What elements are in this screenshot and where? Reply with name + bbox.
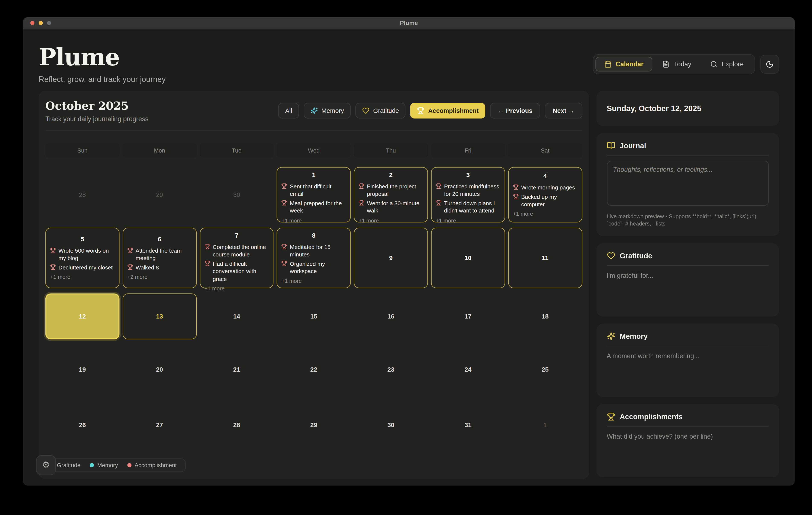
- markdown-hint: Live markdown preview • Supports **bold*…: [607, 212, 769, 227]
- day-cell[interactable]: 8Meditated for 15 minutesOrganized my wo…: [277, 227, 351, 288]
- prev-month-button[interactable]: ← Previous: [490, 103, 540, 118]
- day-cell[interactable]: 9: [354, 227, 428, 288]
- day-cell[interactable]: 28: [200, 400, 273, 450]
- day-number: 30: [359, 421, 423, 428]
- day-cell[interactable]: 22: [277, 344, 351, 395]
- minimize-button[interactable]: [38, 21, 43, 25]
- gear-icon: ⚙: [42, 461, 50, 469]
- day-number: 16: [359, 313, 423, 320]
- day-number: 15: [282, 313, 346, 320]
- entry-text: Completed the online course module: [212, 243, 269, 258]
- filter-accomplishment-button[interactable]: Accomplishment: [410, 103, 486, 118]
- trophy-icon: [359, 200, 365, 206]
- trophy-icon: [513, 184, 519, 190]
- more-label: +2 more: [127, 274, 192, 280]
- filter-all-button[interactable]: All: [278, 103, 299, 118]
- legend-dot: [90, 463, 94, 467]
- memory-input[interactable]: [607, 346, 769, 388]
- zoom-button[interactable]: [47, 21, 51, 25]
- legend-row: ⚙ GratitudeMemoryAccomplishment: [46, 455, 582, 476]
- weekday-label: Fri: [431, 143, 505, 158]
- day-cell[interactable]: 13: [123, 293, 197, 339]
- day-cell[interactable]: 7Completed the online course moduleHad a…: [200, 227, 273, 288]
- weekday-label: Wed: [277, 143, 351, 158]
- day-cell[interactable]: 5Wrote 500 words on my blogDecluttered m…: [46, 227, 119, 288]
- calendar-grid: 2829301Sent that difficult emailMeal pre…: [46, 167, 582, 450]
- day-cell[interactable]: 6Attended the team meetingWalked 8+2 mor…: [123, 227, 197, 288]
- accomplishments-card: Accomplishments: [596, 404, 779, 477]
- gratitude-card-header: Gratitude: [607, 243, 769, 265]
- entry: Wrote morning pages: [513, 184, 577, 191]
- day-cell[interactable]: 14: [200, 293, 273, 339]
- next-month-button[interactable]: Next →: [545, 103, 582, 118]
- entry-text: Wrote 500 words on my blog: [58, 247, 115, 262]
- day-cell[interactable]: 19: [46, 344, 119, 395]
- day-cell[interactable]: 26: [46, 400, 119, 450]
- settings-button[interactable]: ⚙: [36, 455, 56, 475]
- entry-text: Wrote morning pages: [521, 184, 575, 191]
- trophy-icon: [607, 412, 615, 421]
- trophy-icon: [282, 200, 287, 206]
- entry-text: Organized my workspace: [290, 260, 346, 275]
- day-cell[interactable]: 15: [277, 293, 351, 339]
- filter-label: All: [285, 107, 292, 114]
- day-cell[interactable]: 10: [431, 227, 505, 288]
- day-cell[interactable]: 29: [277, 400, 351, 450]
- entry-text: Decluttered my closet: [58, 264, 113, 271]
- day-cell[interactable]: 21: [200, 344, 273, 395]
- day-cell[interactable]: 30: [354, 400, 428, 450]
- calendar-panel: October 2025 Track your daily journaling…: [38, 91, 589, 479]
- day-cell[interactable]: 1Sent that difficult emailMeal prepped f…: [277, 167, 351, 222]
- day-cell[interactable]: 18: [508, 293, 582, 339]
- tab-calendar[interactable]: Calendar: [596, 57, 652, 72]
- day-cell[interactable]: 28: [46, 167, 119, 222]
- app-header: Plume Reflect, grow, and track your jour…: [23, 29, 795, 83]
- day-cell[interactable]: 11: [508, 227, 582, 288]
- filter-gratitude-button[interactable]: Gratitude: [355, 103, 406, 118]
- day-cell[interactable]: 16: [354, 293, 428, 339]
- day-number: 27: [127, 421, 192, 428]
- close-button[interactable]: [30, 21, 34, 25]
- filter-memory-button[interactable]: Memory: [303, 103, 351, 118]
- day-cell[interactable]: 12: [46, 293, 119, 339]
- day-cell[interactable]: 30: [200, 167, 273, 222]
- gratitude-card-title: Gratitude: [620, 251, 652, 260]
- gratitude-card: Gratitude: [596, 243, 779, 316]
- day-number: 7: [204, 232, 269, 239]
- day-cell[interactable]: 1: [508, 400, 582, 450]
- accomplishments-input[interactable]: [607, 426, 769, 468]
- day-cell[interactable]: 20: [123, 344, 197, 395]
- gratitude-input[interactable]: [607, 266, 769, 307]
- more-label: +1 more: [513, 211, 577, 217]
- journal-card-title: Journal: [620, 141, 646, 150]
- weekday-label: Thu: [354, 143, 428, 158]
- theme-toggle-button[interactable]: [760, 55, 779, 73]
- tab-explore[interactable]: Explore: [701, 57, 753, 72]
- entry: Turned down plans I didn't want to atten…: [436, 199, 500, 214]
- journal-card-header: Journal: [607, 133, 769, 155]
- day-cell[interactable]: 17: [431, 293, 505, 339]
- day-cell[interactable]: 23: [354, 344, 428, 395]
- legend-dot: [127, 463, 132, 467]
- day-cell[interactable]: 3Practiced mindfulness for 20 minutesTur…: [431, 167, 505, 222]
- day-cell[interactable]: 24: [431, 344, 505, 395]
- day-cell[interactable]: 29: [123, 167, 197, 222]
- legend-item-gratitude: Gratitude: [57, 462, 81, 468]
- journal-input[interactable]: [607, 161, 769, 206]
- calendar-subtitle: Track your daily journaling progress: [46, 115, 148, 123]
- day-cell[interactable]: 27: [123, 400, 197, 450]
- day-cell[interactable]: 25: [508, 344, 582, 395]
- weekday-label: Tue: [200, 143, 273, 158]
- day-cell[interactable]: 31: [431, 400, 505, 450]
- day-number: 26: [50, 421, 115, 428]
- book-open-icon: [607, 141, 615, 150]
- weekday-label: Sat: [508, 143, 582, 158]
- app-tagline: Reflect, grow, and track your journey: [38, 75, 166, 83]
- memory-card-header: Memory: [607, 323, 769, 346]
- day-number: 19: [50, 366, 115, 373]
- journal-card: Journal Live markdown preview • Supports…: [596, 133, 779, 236]
- tab-today[interactable]: Today: [654, 57, 700, 72]
- day-number: 1: [282, 171, 346, 178]
- day-cell[interactable]: 4Wrote morning pagesBacked up my compute…: [508, 167, 582, 222]
- day-cell[interactable]: 2Finished the project proposalWent for a…: [354, 167, 428, 222]
